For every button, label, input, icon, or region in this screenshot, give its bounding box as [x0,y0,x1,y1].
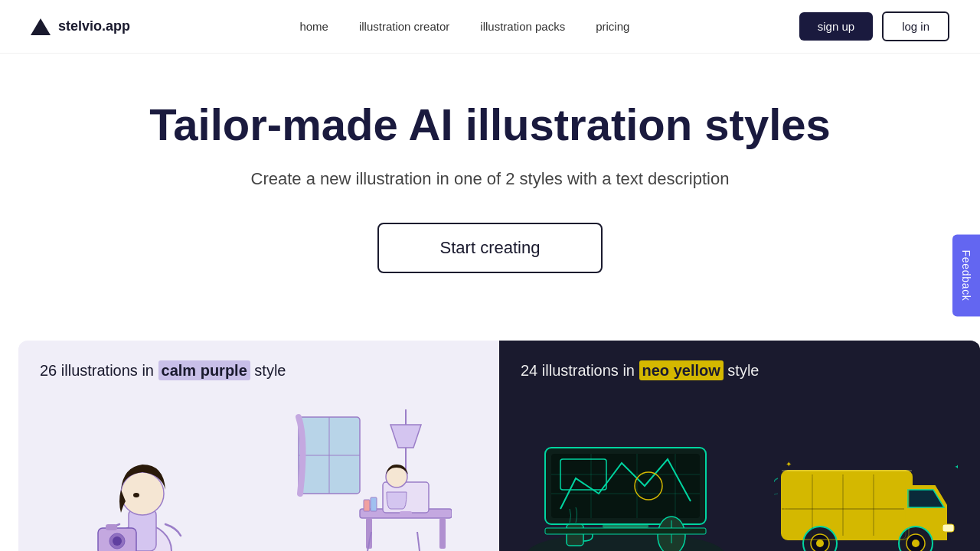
svg-rect-36 [782,471,912,540]
svg-rect-16 [400,511,412,517]
svg-text:✦: ✦ [954,461,958,473]
card-yellow-style-word: style [727,362,759,379]
svg-rect-47 [942,524,954,532]
card-yellow-style-name: neo yellow [639,360,724,380]
card-purple-label: 26 illustrations in calm purple style [40,362,286,380]
illustration-truck-scene: ✦ ✦ [774,417,958,551]
svg-point-43 [912,540,920,547]
card-purple-count: 26 [40,362,57,379]
illustration-room-scene [283,409,452,551]
hero-title: Tailor-made AI illustration styles [31,99,949,151]
card-yellow-label: 24 illustrations in neo yellow style [521,362,759,380]
nav-illustration-creator[interactable]: illustration creator [359,20,449,33]
nav-home[interactable]: home [299,20,328,33]
card-purple-content [18,394,499,551]
svg-point-20 [526,532,725,551]
illustration-laptop-scene [522,402,729,551]
svg-rect-14 [439,518,446,549]
hero-section: Tailor-made AI illustration styles Creat… [0,54,980,304]
navbar: stelvio.app home illustration creator il… [0,0,980,54]
login-button[interactable]: log in [882,11,949,41]
nav-pricing[interactable]: pricing [596,20,629,33]
svg-rect-24 [551,454,700,518]
card-yellow-content: ✦ ✦ [499,394,980,551]
svg-point-2 [121,472,164,515]
svg-rect-18 [364,500,370,511]
nav-links: home illustration creator illustration p… [299,20,629,33]
card-yellow-prefix: illustrations in [542,362,639,379]
nav-illustration-packs[interactable]: illustration packs [480,20,565,33]
card-purple-style-word: style [254,362,286,379]
feedback-tab[interactable]: Feedback [952,234,980,316]
svg-point-6 [113,536,122,546]
hero-subtitle: Create a new illustration in one of 2 st… [31,169,949,189]
svg-rect-19 [371,497,377,511]
svg-text:✦: ✦ [786,460,792,468]
card-purple-prefix: illustrations in [61,362,158,379]
svg-point-3 [133,493,139,497]
logo-text: stelvio.app [58,18,130,34]
svg-rect-35 [545,528,706,534]
illustration-camera-woman [66,409,219,551]
svg-rect-34 [567,524,583,546]
calm-purple-card[interactable]: 26 illustrations in calm purple style [18,341,499,551]
start-creating-button[interactable]: Start creating [377,223,603,273]
logo-link[interactable]: stelvio.app [31,18,130,35]
logo-icon [31,18,51,35]
svg-point-40 [816,540,824,547]
card-yellow-count: 24 [521,362,537,379]
style-cards: 26 illustrations in calm purple style [0,341,980,551]
svg-rect-7 [106,524,117,530]
card-purple-style-name: calm purple [158,360,250,380]
nav-actions: sign up log in [799,11,949,41]
signup-button[interactable]: sign up [799,12,873,41]
neo-yellow-card[interactable]: 24 illustrations in neo yellow style [499,341,980,551]
